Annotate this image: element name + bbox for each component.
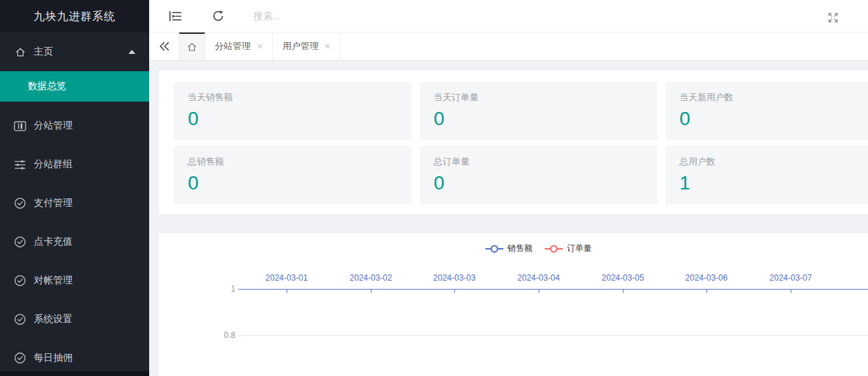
sidebar-item-substation-manage[interactable]: 分站管理 bbox=[0, 106, 149, 145]
refresh-icon bbox=[212, 10, 224, 22]
circle-check-icon bbox=[14, 197, 26, 209]
close-icon[interactable]: × bbox=[325, 41, 330, 51]
chart-legend: 销售额 订单量 bbox=[159, 243, 868, 254]
fold-menu-icon bbox=[169, 11, 182, 21]
tab-home[interactable] bbox=[179, 32, 205, 60]
sidebar-item-home[interactable]: 主页 bbox=[0, 32, 149, 71]
sliders-icon bbox=[14, 158, 26, 171]
legend-item-orders[interactable]: 订单量 bbox=[545, 243, 592, 254]
stat-value: 0 bbox=[679, 108, 868, 130]
axis-tick bbox=[791, 290, 791, 293]
circle-check-icon bbox=[14, 352, 26, 364]
home-icon bbox=[14, 46, 26, 58]
y-axis-label: 1 bbox=[215, 284, 235, 294]
legend-item-sales[interactable]: 销售额 bbox=[485, 243, 532, 254]
stat-card-total-orders: 总订单量 0 bbox=[420, 146, 657, 205]
tab-user-manage[interactable]: 用户管理 × bbox=[273, 32, 340, 60]
app-root: 九块九进群系统 主页 数据总览 分站管理 分站群组 bbox=[0, 0, 868, 376]
postcard-icon bbox=[14, 120, 26, 132]
line-marker-icon bbox=[545, 248, 563, 250]
sidebar-item-payment-manage[interactable]: 支付管理 bbox=[0, 184, 149, 223]
home-icon bbox=[186, 41, 197, 53]
stat-card-today-orders: 当天订单量 0 bbox=[420, 82, 657, 140]
stats-panel: 当天销售额 0 当天订单量 0 当天新用户数 0 总销售额 0 总订单量 0 bbox=[159, 70, 868, 214]
sidebar-bottom-divider bbox=[0, 371, 149, 376]
sidebar-item-label: 分站管理 bbox=[34, 120, 73, 132]
x-axis-label: 2024-03-03 bbox=[420, 273, 489, 283]
stat-label: 总用户数 bbox=[679, 156, 868, 168]
sidebar-item-data-overview[interactable]: 数据总览 bbox=[0, 71, 149, 102]
x-axis-label: 2024-03-07 bbox=[756, 273, 825, 283]
axis-tick bbox=[287, 290, 287, 293]
stat-value: 0 bbox=[434, 108, 644, 130]
main-content: 当天销售额 0 当天订单量 0 当天新用户数 0 总销售额 0 总订单量 0 bbox=[149, 61, 868, 376]
x-axis-label: 2024-03-05 bbox=[588, 273, 657, 283]
fold-menu-button[interactable] bbox=[166, 8, 184, 24]
sidebar-item-label: 主页 bbox=[34, 46, 53, 58]
stat-value: 0 bbox=[188, 108, 398, 130]
tabbar: 分站管理 × 用户管理 × bbox=[149, 32, 868, 61]
tab-label: 分站管理 bbox=[215, 40, 251, 53]
stat-label: 总订单量 bbox=[434, 156, 644, 168]
circle-check-icon bbox=[14, 236, 26, 248]
x-axis-label: 2024-03-01 bbox=[252, 273, 321, 283]
close-icon[interactable]: × bbox=[257, 41, 262, 51]
sidebar: 九块九进群系统 主页 数据总览 分站管理 分站群组 bbox=[0, 0, 149, 376]
gridline bbox=[238, 335, 868, 336]
legend-label: 销售额 bbox=[508, 243, 532, 254]
chevron-up-icon bbox=[128, 50, 135, 54]
sidebar-item-label: 分站群组 bbox=[34, 158, 73, 171]
sidebar-item-substation-groups[interactable]: 分站群组 bbox=[0, 145, 149, 184]
search-input[interactable] bbox=[253, 10, 405, 21]
sidebar-item-label: 系统设置 bbox=[34, 313, 73, 326]
sidebar-item-label: 数据总览 bbox=[28, 80, 66, 93]
circle-check-icon bbox=[14, 274, 26, 287]
fullscreen-icon bbox=[827, 12, 839, 24]
stat-card-today-new-users: 当天新用户数 0 bbox=[666, 82, 868, 140]
x-axis-label: 2024-03-04 bbox=[504, 273, 573, 283]
sidebar-item-reconciliation[interactable]: 对帐管理 bbox=[0, 261, 149, 300]
sidebar-item-system-settings[interactable]: 系统设置 bbox=[0, 300, 149, 339]
legend-label: 订单量 bbox=[567, 243, 592, 254]
axis-tick bbox=[454, 290, 455, 293]
tab-substation-manage[interactable]: 分站管理 × bbox=[205, 32, 273, 60]
sidebar-item-card-recharge[interactable]: 点卡充值 bbox=[0, 223, 149, 261]
stat-label: 总销售额 bbox=[188, 156, 398, 168]
sidebar-item-label: 每日抽佣 bbox=[34, 352, 73, 364]
x-axis-label: 2024-03-06 bbox=[672, 273, 741, 283]
refresh-button[interactable] bbox=[209, 7, 227, 25]
stat-value: 0 bbox=[434, 172, 644, 194]
y-axis-label: 0.8 bbox=[215, 330, 235, 340]
stat-card-total-users: 总用户数 1 bbox=[666, 146, 868, 205]
x-axis-label: 2024-03-02 bbox=[336, 273, 405, 283]
tab-label: 用户管理 bbox=[282, 40, 318, 53]
axis-tick bbox=[539, 290, 539, 293]
line-marker-icon bbox=[485, 248, 503, 250]
fullscreen-button[interactable] bbox=[824, 9, 842, 26]
double-chevron-left-icon bbox=[157, 40, 171, 53]
chart-panel: 销售额 订单量 2024-03-01 2024-03-02 2024-03-03… bbox=[159, 233, 868, 376]
sidebar-item-label: 对帐管理 bbox=[34, 274, 73, 287]
stats-grid: 当天销售额 0 当天订单量 0 当天新用户数 0 总销售额 0 总订单量 0 bbox=[174, 82, 868, 205]
scroll-tabs-left-button[interactable] bbox=[149, 32, 179, 60]
app-title: 九块九进群系统 bbox=[0, 0, 149, 32]
axis-tick bbox=[371, 290, 372, 293]
x-axis-line bbox=[238, 289, 868, 290]
topbar bbox=[149, 0, 868, 32]
sidebar-item-label: 支付管理 bbox=[34, 197, 73, 209]
stat-card-today-sales: 当天销售额 0 bbox=[174, 82, 412, 140]
sidebar-item-daily-commission[interactable]: 每日抽佣 bbox=[0, 339, 149, 376]
circle-check-icon bbox=[14, 313, 26, 326]
sidebar-item-label: 点卡充值 bbox=[34, 236, 73, 248]
stat-value: 0 bbox=[188, 172, 398, 194]
stat-value: 1 bbox=[679, 172, 868, 194]
axis-tick bbox=[623, 290, 624, 293]
stat-label: 当天订单量 bbox=[434, 91, 644, 104]
axis-tick bbox=[706, 290, 707, 293]
stat-label: 当天新用户数 bbox=[679, 91, 868, 104]
stat-card-total-sales: 总销售额 0 bbox=[174, 146, 412, 205]
stat-label: 当天销售额 bbox=[188, 91, 398, 104]
